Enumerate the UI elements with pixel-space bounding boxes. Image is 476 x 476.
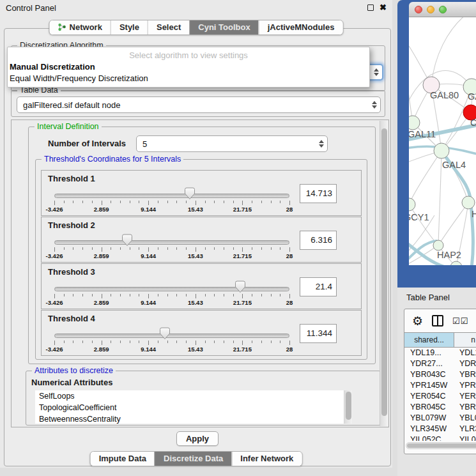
- threshold-panel-3: Threshold 3-3.4262.8599.14415.4321.71528…: [41, 263, 362, 309]
- settings-scrollbar[interactable]: [380, 121, 388, 426]
- scrollbar-thumb[interactable]: [381, 128, 387, 416]
- tick-mark: [186, 341, 187, 343]
- node-table: ⚙ ☑☑ shared... n YDL19...YDL1YDR27...YDR…: [404, 309, 476, 454]
- number-of-intervals-combobox[interactable]: 5: [136, 135, 328, 152]
- combo-stepper-icon[interactable]: [369, 97, 380, 112]
- table-data-combobox[interactable]: galFiltered.sif default node: [17, 96, 381, 113]
- close-light[interactable]: [415, 6, 422, 13]
- tab-infer-network[interactable]: Infer Network: [231, 452, 302, 466]
- attribute-item-selfloops[interactable]: SelfLoops: [35, 390, 352, 402]
- tab-discretize-data[interactable]: Discretize Data: [155, 452, 231, 466]
- network-edge[interactable]: [409, 151, 441, 204]
- checkbox-icon[interactable]: ☑☑: [452, 316, 468, 326]
- tick-mark: [64, 201, 65, 203]
- threshold-value-field[interactable]: 14.713: [300, 184, 337, 203]
- table-row[interactable]: YER054CYER0: [404, 391, 476, 402]
- tick-mark: [214, 294, 215, 296]
- table-row[interactable]: YLR345WYLR3: [404, 424, 476, 434]
- table-columns-icon[interactable]: [432, 315, 443, 326]
- tick-mark: [139, 247, 139, 250]
- slider-thumb[interactable]: [184, 187, 196, 200]
- network-view-window: GAL80GACGAL11GAL4GCY1HHAP2: [397, 0, 476, 288]
- combo-stepper-icon[interactable]: [371, 65, 382, 79]
- apply-button[interactable]: Apply: [176, 431, 219, 446]
- slider-thumb[interactable]: [121, 234, 133, 247]
- network-node-hap2[interactable]: [433, 240, 443, 250]
- tick-mark: [233, 201, 234, 203]
- attribute-item-topologicalcoefficient[interactable]: TopologicalCoefficient: [35, 402, 352, 413]
- minimize-light[interactable]: [427, 6, 434, 13]
- slider-track[interactable]: [54, 240, 289, 245]
- zoom-light[interactable]: [439, 6, 447, 13]
- tab-impute-data[interactable]: Impute Data: [91, 452, 155, 466]
- threshold-value-field[interactable]: 21.4: [300, 277, 337, 296]
- control-panel-titlebar: Control Panel ✖: [0, 0, 392, 15]
- network-node-gal11[interactable]: [409, 116, 420, 130]
- network-canvas[interactable]: GAL80GACGAL11GAL4GCY1HHAP2: [409, 17, 476, 265]
- slider-tick-labels: -3.4262.8599.14415.4321.71528: [54, 299, 289, 307]
- table-row[interactable]: YDL19...YDL1: [404, 348, 476, 358]
- network-node-partial[interactable]: [450, 261, 462, 265]
- threshold-value-field[interactable]: 6.316: [300, 231, 337, 250]
- slider-ticks: [54, 247, 289, 252]
- tab-select[interactable]: Select: [148, 20, 189, 35]
- table-row[interactable]: YIL052CYIL0: [404, 434, 476, 441]
- column-header-name[interactable]: n: [454, 333, 476, 347]
- tick-label: -3.426: [46, 299, 63, 306]
- combo-stepper-icon[interactable]: [316, 136, 327, 151]
- column-header-shared-name[interactable]: shared...: [404, 333, 454, 347]
- network-edge[interactable]: [409, 70, 472, 107]
- tick-mark: [64, 294, 65, 296]
- network-edge[interactable]: [438, 151, 441, 245]
- attribute-item-betweennesscentrality[interactable]: BetweennessCentrality: [35, 413, 352, 424]
- network-node-h[interactable]: [462, 196, 475, 209]
- threshold-value-field[interactable]: 11.344: [300, 324, 337, 343]
- tick-mark: [92, 201, 93, 203]
- slider-tick-labels: -3.4262.8599.14415.4321.71528: [54, 252, 289, 260]
- node-label: GAL11: [409, 129, 436, 139]
- network-window-titlebar[interactable]: [409, 2, 476, 17]
- settings-scroll-area: Interval Definition Number of Intervals …: [11, 119, 389, 427]
- table-row[interactable]: YBR045CYBR0: [404, 402, 476, 413]
- slider-track[interactable]: [54, 287, 289, 291]
- scrollbar-thumb[interactable]: [346, 392, 351, 420]
- table-data-group: Table Data galFiltered.sif default node: [11, 90, 385, 117]
- table-row[interactable]: YBL079WYBL0: [404, 413, 476, 424]
- network-node-gal4[interactable]: [434, 143, 449, 158]
- algorithm-option-equal-width-frequency-discretization[interactable]: Equal Width/Frequency Discretization: [8, 73, 369, 84]
- table-row[interactable]: YPR145WYPR1: [404, 380, 476, 391]
- network-edge[interactable]: [431, 17, 466, 85]
- algorithm-placeholder-option[interactable]: Select algorithm to view settings: [8, 49, 369, 61]
- network-graph[interactable]: GAL80GACGAL11GAL4GCY1HHAP2: [409, 17, 476, 265]
- close-icon[interactable]: ✖: [380, 4, 387, 11]
- tick-mark: [148, 247, 149, 252]
- network-weighted-edge[interactable]: [409, 241, 436, 261]
- tab-cyni-toolbox[interactable]: Cyni Toolbox: [189, 20, 258, 35]
- network-node-gcy1[interactable]: [409, 198, 415, 211]
- tick-mark: [242, 294, 243, 298]
- scrollbar-thumb[interactable]: [407, 443, 476, 448]
- attributes-list-scrollbar[interactable]: [344, 390, 352, 424]
- tab-network[interactable]: Network: [50, 20, 111, 35]
- cell-name: YER0: [454, 391, 476, 402]
- tab-label: Discretize Data: [164, 454, 223, 463]
- cell-name: YBR0: [454, 369, 476, 380]
- float-window-icon[interactable]: [367, 4, 374, 11]
- slider-thumb[interactable]: [159, 327, 171, 340]
- network-edge[interactable]: [438, 203, 468, 245]
- slider-thumb[interactable]: [234, 280, 246, 293]
- gear-icon[interactable]: ⚙: [412, 315, 423, 327]
- tab-jactivemnodules[interactable]: jActiveMNodules: [259, 20, 343, 35]
- threshold-panel-4: Threshold 4-3.4262.8599.14415.4321.71528…: [41, 310, 362, 356]
- tab-style[interactable]: Style: [111, 20, 148, 35]
- table-row[interactable]: YDR27...YDR2: [404, 358, 476, 369]
- slider-track[interactable]: [54, 194, 289, 198]
- tick-mark: [158, 247, 158, 250]
- tick-mark: [289, 294, 290, 298]
- algorithm-option-manual-discretization[interactable]: Manual Discretization: [8, 61, 369, 73]
- slider-track[interactable]: [54, 334, 289, 338]
- network-edge[interactable]: [409, 204, 438, 245]
- table-horizontal-scrollbar[interactable]: [406, 442, 476, 449]
- numerical-attributes-list[interactable]: SelfLoopsTopologicalCoefficientBetweenne…: [35, 390, 352, 424]
- table-row[interactable]: YBR043CYBR0: [404, 369, 476, 380]
